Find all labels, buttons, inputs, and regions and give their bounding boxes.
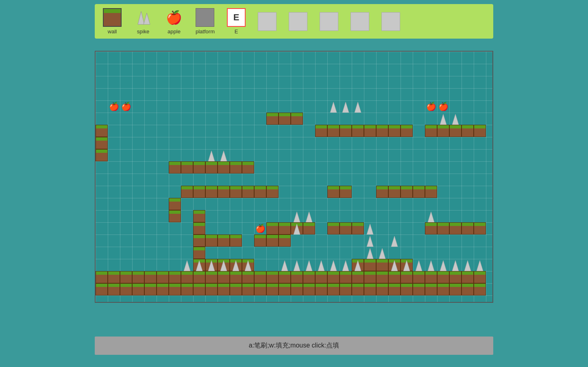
tool-spike[interactable]: spike (134, 8, 152, 35)
wall-tile (144, 271, 157, 283)
wall-tile (388, 283, 401, 295)
wall-tile (364, 271, 376, 283)
spike-tile (364, 247, 376, 259)
svg-marker-15 (391, 236, 398, 247)
svg-marker-29 (342, 261, 349, 271)
wall-tile (401, 125, 413, 137)
svg-marker-14 (367, 236, 373, 247)
wall-tile (205, 271, 218, 283)
tool-empty-1[interactable] (258, 12, 277, 31)
wall-tile (181, 161, 193, 174)
wall-tile (364, 125, 376, 137)
wall-tile (449, 222, 462, 235)
wall-tile (266, 222, 279, 235)
wall-tile (352, 125, 364, 137)
wall-tile (169, 210, 181, 222)
spike-tile (303, 210, 315, 222)
wall-tile (254, 271, 266, 283)
wall-tile (425, 283, 437, 295)
svg-marker-18 (184, 261, 190, 271)
spike-label: spike (137, 28, 149, 35)
tool-platform[interactable]: platform (196, 8, 215, 35)
wall-tile (169, 161, 181, 174)
platform-label: platform (196, 28, 215, 35)
wall-tile (266, 186, 279, 198)
spike-tile (401, 259, 413, 271)
wall-tile (401, 186, 413, 198)
spike-tile (218, 259, 230, 271)
apple-tile: 🍎 (120, 100, 132, 113)
svg-marker-16 (367, 248, 373, 259)
wall-tile (437, 283, 449, 295)
wall-tile (254, 283, 266, 295)
spike-tile (291, 222, 303, 235)
svg-marker-35 (440, 261, 446, 271)
svg-marker-21 (220, 261, 227, 271)
svg-marker-32 (403, 261, 410, 271)
svg-marker-1 (144, 13, 150, 24)
spike-tile (181, 259, 193, 271)
wall-tile (218, 161, 230, 174)
spike-tile (291, 210, 303, 222)
svg-marker-3 (342, 102, 349, 113)
spike-tile (425, 210, 437, 222)
svg-marker-17 (379, 248, 385, 259)
wall-tile (449, 125, 462, 137)
spike-tile (449, 113, 462, 125)
tool-e[interactable]: E E (227, 8, 246, 35)
wall-tile (96, 149, 108, 161)
wall-tile (474, 125, 486, 137)
tool-empty-3[interactable] (320, 12, 338, 31)
status-bar: a:笔刷;w:填充;mouse click:点填 (95, 337, 493, 355)
svg-marker-4 (355, 102, 361, 113)
wall-tile (291, 271, 303, 283)
wall-tile (242, 161, 254, 174)
svg-marker-5 (440, 114, 446, 125)
spike-tile (327, 100, 340, 113)
tool-wall[interactable]: wall (103, 8, 122, 35)
game-canvas[interactable]: 🍎🍎🍎🍎🍎🍎 (95, 51, 493, 303)
wall-tile (291, 283, 303, 295)
wall-tile (254, 235, 266, 247)
wall-tile (474, 271, 486, 283)
wall-tile (279, 271, 291, 283)
wall-tile (193, 271, 205, 283)
wall-tile (132, 283, 144, 295)
wall-tile (96, 271, 108, 283)
empty-slot-icon-4 (351, 12, 369, 31)
spike-tile (230, 259, 242, 271)
svg-marker-28 (330, 261, 337, 271)
wall-tile (218, 283, 230, 295)
spike-tile (327, 259, 340, 271)
wall-tile (340, 125, 352, 137)
wall-tile (266, 283, 279, 295)
spike-tile (242, 259, 254, 271)
tool-empty-2[interactable] (289, 12, 307, 31)
wall-tile (242, 186, 254, 198)
wall-tile (425, 186, 437, 198)
tool-apple[interactable]: 🍎 apple (165, 8, 183, 35)
tool-empty-5[interactable] (381, 12, 400, 31)
wall-tile (266, 235, 279, 247)
wall-tile (193, 161, 205, 174)
wall-tile (327, 125, 340, 137)
svg-marker-2 (330, 102, 337, 113)
svg-marker-20 (208, 261, 215, 271)
spike-tile (205, 259, 218, 271)
platform-icon (196, 8, 214, 27)
wall-tile (425, 222, 437, 235)
spike-tile (340, 259, 352, 271)
wall-tile (205, 235, 218, 247)
wall-tile (193, 222, 205, 235)
wall-tile (340, 222, 352, 235)
wall-tile (376, 271, 388, 283)
wall-tile (462, 283, 474, 295)
wall-tile (474, 283, 486, 295)
wall-tile (376, 186, 388, 198)
wall-icon (103, 8, 122, 27)
wall-tile (474, 222, 486, 235)
wall-tile (193, 210, 205, 222)
wall-tile (413, 186, 425, 198)
wall-tile (401, 271, 413, 283)
tool-empty-4[interactable] (351, 12, 369, 31)
